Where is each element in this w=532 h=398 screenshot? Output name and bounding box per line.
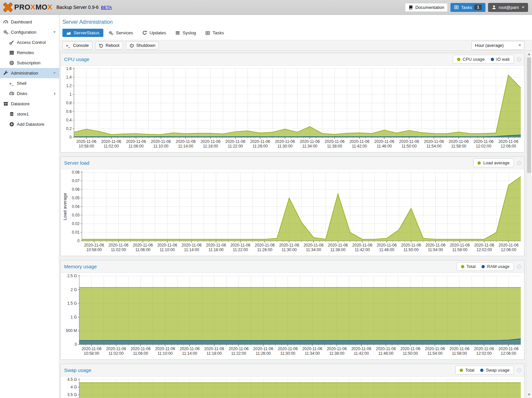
vertical-scrollbar[interactable] bbox=[526, 51, 532, 398]
svg-text:2020-11-06: 2020-11-06 bbox=[377, 243, 397, 248]
sidebar-item-access-control[interactable]: Access Control bbox=[0, 37, 59, 48]
sidebar-item-add-datastore[interactable]: Add Datastore bbox=[0, 119, 59, 129]
chartarea-icon bbox=[66, 31, 71, 35]
scroll-down-arrow[interactable] bbox=[526, 392, 532, 397]
documentation-label: Documentation bbox=[415, 5, 444, 10]
svg-text:0.2: 0.2 bbox=[66, 126, 72, 131]
svg-text:2020-11-06: 2020-11-06 bbox=[76, 139, 96, 144]
sidebar-item-label: Dashboard bbox=[11, 19, 32, 24]
svg-text:2020-11-06: 2020-11-06 bbox=[499, 347, 519, 351]
chart-server-load: 00.010.020.030.040.050.060.070.082020-11… bbox=[61, 169, 524, 256]
brand-letter: PRO bbox=[14, 3, 30, 11]
sidebar-item-datastore[interactable]: Datastore bbox=[0, 99, 59, 109]
collapse-panel-icon[interactable] bbox=[517, 161, 521, 165]
svg-text:1.5 G: 1.5 G bbox=[67, 301, 77, 306]
legend-item-io-wait: IO wait bbox=[491, 57, 510, 62]
panel-server-load: Server loadLoad average00.010.020.030.04… bbox=[60, 156, 524, 256]
svg-text:>_: >_ bbox=[66, 44, 70, 48]
sidebar-item-remotes[interactable]: Remotes bbox=[0, 48, 59, 58]
reboot-label: Reboot bbox=[106, 43, 120, 48]
svg-text:11:42:00: 11:42:00 bbox=[352, 144, 367, 149]
sidebar-item-label: store1 bbox=[17, 112, 29, 116]
collapse-panel-icon[interactable] bbox=[517, 264, 521, 269]
tasks-label: Tasks bbox=[461, 5, 472, 10]
svg-text:11:18:00: 11:18:00 bbox=[208, 248, 224, 252]
tab-services[interactable]: Services bbox=[105, 29, 137, 37]
svg-text:2020-11-06: 2020-11-06 bbox=[302, 347, 322, 351]
svg-text:11:38:00: 11:38:00 bbox=[329, 351, 344, 356]
svg-text:11:34:00: 11:34:00 bbox=[306, 248, 321, 252]
legend-dot-icon bbox=[460, 369, 463, 372]
hdd-icon bbox=[9, 91, 14, 96]
legend-label: IO wait bbox=[496, 57, 510, 62]
svg-text:2020-11-06: 2020-11-06 bbox=[450, 243, 470, 248]
shutdown-button[interactable]: Shutdown bbox=[126, 41, 159, 50]
svg-text:2020-11-06: 2020-11-06 bbox=[349, 139, 370, 144]
username-label: root@pam bbox=[499, 5, 519, 10]
panel-header: CPU usageCPU usageIO wait bbox=[61, 53, 524, 66]
collapse-panel-icon[interactable] bbox=[517, 57, 521, 62]
svg-text:11:22:00: 11:22:00 bbox=[231, 351, 246, 356]
page-title: Server Administration bbox=[60, 15, 532, 26]
svg-text:1.4: 1.4 bbox=[66, 75, 72, 80]
chevron-down-icon bbox=[53, 31, 56, 33]
svg-text:2020-11-06: 2020-11-06 bbox=[225, 139, 245, 144]
documentation-button[interactable]: Documentation bbox=[405, 3, 448, 12]
panel-header: Memory usageTotalRAM usage bbox=[61, 260, 524, 273]
svg-text:0.8: 0.8 bbox=[66, 101, 72, 105]
svg-text:11:06:00: 11:06:00 bbox=[135, 248, 151, 252]
sidebar-item-store1[interactable]: store1 bbox=[0, 109, 59, 119]
scroll-up-arrow[interactable] bbox=[526, 51, 532, 57]
chart-swap-usage: 0500 M1 G1.5 G2 G2.5 G3 G3.5 G4 G4.5 G20… bbox=[61, 377, 524, 398]
svg-text:2020-11-06: 2020-11-06 bbox=[351, 347, 372, 351]
tab-tasks[interactable]: Tasks bbox=[201, 29, 228, 37]
user-menu-button[interactable]: root@pam bbox=[488, 3, 528, 12]
chart-memory-usage: 0500 M1 G1.5 G2 G2.5 G2020-11-0610:58:00… bbox=[61, 273, 524, 359]
undo-icon bbox=[99, 43, 103, 48]
sidebar-item-dashboard[interactable]: Dashboard bbox=[0, 17, 59, 27]
svg-text:1 G: 1 G bbox=[71, 315, 77, 319]
reboot-button[interactable]: Reboot bbox=[95, 41, 123, 50]
sidebar-item-administration[interactable]: Administration bbox=[0, 68, 59, 78]
tab-serverstatus[interactable]: ServerStatus bbox=[62, 29, 103, 37]
alignjustify-icon bbox=[175, 31, 180, 35]
proxmox-logo: PROXMOX bbox=[0, 2, 53, 12]
svg-text:11:06:00: 11:06:00 bbox=[128, 144, 144, 149]
legend-label: Total bbox=[465, 368, 474, 373]
svg-text:11:02:00: 11:02:00 bbox=[104, 144, 119, 149]
svg-text:2020-11-06: 2020-11-06 bbox=[278, 347, 298, 351]
scrollbar-thumb[interactable] bbox=[527, 57, 531, 173]
svg-text:2020-11-06: 2020-11-06 bbox=[200, 139, 221, 144]
svg-text:11:30:00: 11:30:00 bbox=[282, 248, 297, 252]
svg-text:2 G: 2 G bbox=[71, 287, 77, 292]
time-range-select[interactable]: Hour (average) bbox=[472, 41, 524, 50]
svg-text:2020-11-06: 2020-11-06 bbox=[474, 243, 494, 248]
svg-text:11:10:00: 11:10:00 bbox=[160, 248, 175, 252]
sidebar-item-label: Administration bbox=[11, 71, 38, 76]
sidebar-item-shell[interactable]: >_Shell bbox=[0, 78, 59, 88]
tasks-button[interactable]: Tasks 1 bbox=[450, 3, 485, 12]
terminal-icon: >_ bbox=[66, 43, 71, 48]
sidebar-item-subscription[interactable]: Subscription bbox=[0, 58, 59, 68]
svg-text:12:02:00: 12:02:00 bbox=[477, 248, 492, 252]
tab-updates[interactable]: Updates bbox=[138, 29, 170, 37]
console-button[interactable]: >_ Console bbox=[62, 41, 92, 50]
collapse-panel-icon[interactable] bbox=[517, 368, 521, 373]
power-icon bbox=[129, 43, 134, 48]
sidebar-item-label: Remotes bbox=[17, 50, 34, 55]
sidebar-item-configuration[interactable]: Configuration bbox=[0, 27, 59, 37]
plus-icon bbox=[9, 122, 14, 127]
sidebar-item-disks[interactable]: Disks bbox=[0, 88, 59, 99]
svg-text:Load average: Load average bbox=[62, 193, 67, 220]
beta-link[interactable]: BETA bbox=[101, 5, 112, 10]
svg-text:11:02:00: 11:02:00 bbox=[111, 248, 126, 252]
svg-text:11:54:00: 11:54:00 bbox=[426, 144, 442, 149]
terminal-icon: >_ bbox=[9, 81, 14, 86]
header-buttons: Documentation Tasks 1 root@pam bbox=[405, 3, 528, 12]
svg-text:11:42:00: 11:42:00 bbox=[354, 351, 369, 356]
panel-title: Swap usage bbox=[64, 367, 91, 373]
tab-syslog[interactable]: Syslog bbox=[171, 29, 200, 37]
svg-text:2020-11-06: 2020-11-06 bbox=[231, 243, 251, 248]
svg-text:11:50:00: 11:50:00 bbox=[402, 144, 417, 149]
svg-text:11:54:00: 11:54:00 bbox=[428, 248, 443, 252]
